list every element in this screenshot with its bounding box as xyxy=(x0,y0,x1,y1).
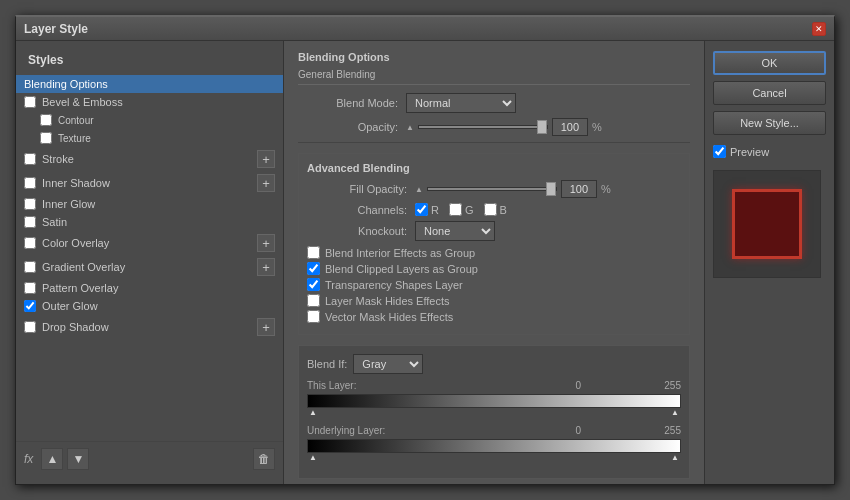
blend-if-row: Blend If: Gray Red Green Blue xyxy=(307,354,681,374)
vector-mask-hides-checkbox[interactable] xyxy=(307,310,320,323)
color-overlay-label: Color Overlay xyxy=(42,237,257,249)
fill-opacity-slider[interactable] xyxy=(427,187,557,191)
cancel-button[interactable]: Cancel xyxy=(713,81,826,105)
blend-interior-row: Blend Interior Effects as Group xyxy=(307,246,681,259)
gradient-overlay-add-button[interactable]: + xyxy=(257,258,275,276)
drop-shadow-add-button[interactable]: + xyxy=(257,318,275,336)
this-layer-slider-row: This Layer: 0 255 ▲ ▲ xyxy=(307,380,681,417)
sidebar-item-blending-options[interactable]: Blending Options xyxy=(16,75,283,93)
channel-b-checkbox[interactable] xyxy=(484,203,497,216)
blend-if-label: Blend If: xyxy=(307,358,347,370)
left-panel: Styles Blending Options Bevel & Emboss C… xyxy=(16,41,284,484)
texture-label: Texture xyxy=(58,133,275,144)
channel-b-label: B xyxy=(500,204,507,216)
drop-shadow-checkbox[interactable] xyxy=(24,321,36,333)
blending-options-title: Blending Options xyxy=(298,51,690,63)
sidebar-item-gradient-overlay[interactable]: Gradient Overlay + xyxy=(16,255,283,279)
sidebar-item-pattern-overlay[interactable]: Pattern Overlay xyxy=(16,279,283,297)
outer-glow-checkbox[interactable] xyxy=(24,300,36,312)
opacity-arrow: ▲ xyxy=(406,123,414,132)
transparency-shapes-checkbox[interactable] xyxy=(307,278,320,291)
satin-checkbox[interactable] xyxy=(24,216,36,228)
channel-r-checkbox[interactable] xyxy=(415,203,428,216)
channel-b: B xyxy=(484,203,507,216)
blend-clipped-row: Blend Clipped Layers as Group xyxy=(307,262,681,275)
stroke-label: Stroke xyxy=(42,153,257,165)
vector-mask-hides-label: Vector Mask Hides Effects xyxy=(325,311,453,323)
pattern-overlay-checkbox[interactable] xyxy=(24,282,36,294)
sidebar-item-inner-shadow[interactable]: Inner Shadow + xyxy=(16,171,283,195)
channels-label: Channels: xyxy=(307,204,407,216)
layer-style-dialog: Layer Style ✕ Styles Blending Options Be… xyxy=(15,15,835,485)
blend-interior-checkbox[interactable] xyxy=(307,246,320,259)
dialog-body: Styles Blending Options Bevel & Emboss C… xyxy=(16,41,834,484)
blend-mode-label: Blend Mode: xyxy=(298,97,398,109)
fill-opacity-input[interactable] xyxy=(561,180,597,198)
new-style-button[interactable]: New Style... xyxy=(713,111,826,135)
inner-shadow-checkbox[interactable] xyxy=(24,177,36,189)
blend-interior-label: Blend Interior Effects as Group xyxy=(325,247,475,259)
texture-checkbox[interactable] xyxy=(40,132,52,144)
bevel-emboss-label: Bevel & Emboss xyxy=(42,96,275,108)
advanced-blending-title: Advanced Blending xyxy=(307,162,681,174)
move-down-button[interactable]: ▼ xyxy=(67,448,89,470)
move-up-button[interactable]: ▲ xyxy=(41,448,63,470)
opacity-slider-container: ▲ % xyxy=(406,118,602,136)
styles-title: Styles xyxy=(16,49,283,75)
channel-g-label: G xyxy=(465,204,474,216)
sidebar-item-bevel-emboss[interactable]: Bevel & Emboss xyxy=(16,93,283,111)
sidebar-item-stroke[interactable]: Stroke + xyxy=(16,147,283,171)
color-overlay-checkbox[interactable] xyxy=(24,237,36,249)
pattern-overlay-label: Pattern Overlay xyxy=(42,282,275,294)
fill-opacity-label: Fill Opacity: xyxy=(307,183,407,195)
channels-row: Channels: R G B xyxy=(307,203,681,216)
blend-clipped-checkbox[interactable] xyxy=(307,262,320,275)
underlying-layer-label: Underlying Layer: xyxy=(307,425,385,436)
underlying-layer-gradient xyxy=(307,439,681,453)
sidebar-item-drop-shadow[interactable]: Drop Shadow + xyxy=(16,315,283,339)
bevel-emboss-checkbox[interactable] xyxy=(24,96,36,108)
preview-checkbox[interactable] xyxy=(713,145,726,158)
opacity-input[interactable] xyxy=(552,118,588,136)
transparency-shapes-label: Transparency Shapes Layer xyxy=(325,279,463,291)
inner-shadow-label: Inner Shadow xyxy=(42,177,257,189)
sidebar-item-satin[interactable]: Satin xyxy=(16,213,283,231)
sidebar-item-inner-glow[interactable]: Inner Glow xyxy=(16,195,283,213)
this-layer-title: This Layer: 0 255 xyxy=(307,380,681,391)
color-overlay-add-button[interactable]: + xyxy=(257,234,275,252)
satin-label: Satin xyxy=(42,216,275,228)
right-panel: OK Cancel New Style... Preview xyxy=(704,41,834,484)
layer-mask-hides-checkbox[interactable] xyxy=(307,294,320,307)
sidebar-item-outer-glow[interactable]: Outer Glow xyxy=(16,297,283,315)
contour-checkbox[interactable] xyxy=(40,114,52,126)
outer-glow-label: Outer Glow xyxy=(42,300,275,312)
middle-panel: Blending Options General Blending Blend … xyxy=(284,41,704,484)
contour-label: Contour xyxy=(58,115,275,126)
delete-button[interactable]: 🗑 xyxy=(253,448,275,470)
ok-button[interactable]: OK xyxy=(713,51,826,75)
close-button[interactable]: ✕ xyxy=(812,22,826,36)
preview-inner xyxy=(732,189,802,259)
vector-mask-hides-row: Vector Mask Hides Effects xyxy=(307,310,681,323)
preview-box xyxy=(713,170,821,278)
sidebar-item-contour[interactable]: Contour xyxy=(16,111,283,129)
inner-shadow-add-button[interactable]: + xyxy=(257,174,275,192)
inner-glow-checkbox[interactable] xyxy=(24,198,36,210)
blend-if-select[interactable]: Gray Red Green Blue xyxy=(353,354,423,374)
stroke-checkbox[interactable] xyxy=(24,153,36,165)
sidebar-item-texture[interactable]: Texture xyxy=(16,129,283,147)
blend-if-section: Blend If: Gray Red Green Blue This Layer… xyxy=(298,345,690,479)
layer-mask-hides-row: Layer Mask Hides Effects xyxy=(307,294,681,307)
preview-label: Preview xyxy=(730,146,769,158)
stroke-add-button[interactable]: + xyxy=(257,150,275,168)
opacity-slider[interactable] xyxy=(418,125,548,129)
channel-g-checkbox[interactable] xyxy=(449,203,462,216)
sidebar-item-color-overlay[interactable]: Color Overlay + xyxy=(16,231,283,255)
knockout-select[interactable]: None Shallow Deep xyxy=(415,221,495,241)
dialog-title: Layer Style xyxy=(24,22,88,36)
divider-1 xyxy=(298,142,690,143)
channel-r-label: R xyxy=(431,204,439,216)
gradient-overlay-checkbox[interactable] xyxy=(24,261,36,273)
channels-container: R G B xyxy=(415,203,507,216)
blend-mode-select[interactable]: Normal Dissolve Multiply Screen Overlay xyxy=(406,93,516,113)
